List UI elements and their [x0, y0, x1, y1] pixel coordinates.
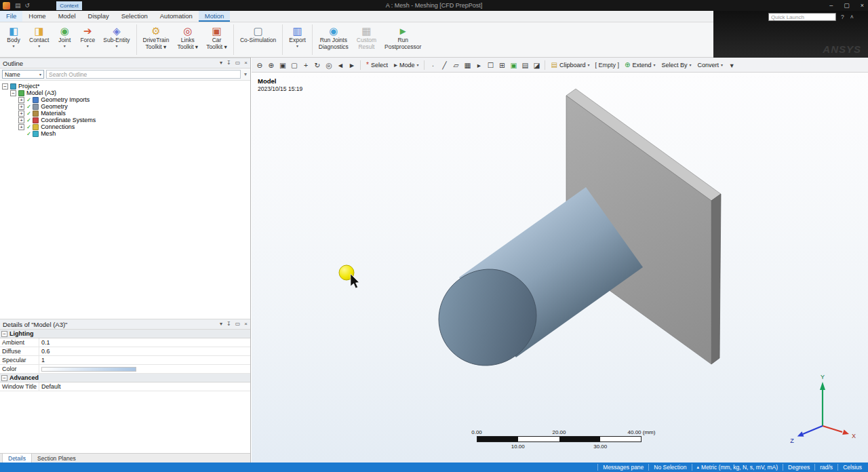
collapse-icon[interactable]: −	[1, 375, 7, 381]
tab-file[interactable]: File	[0, 11, 22, 22]
details-row-value[interactable]: 0.1	[39, 338, 250, 347]
bottom-tab-details[interactable]: Details	[2, 454, 32, 463]
expand-icon[interactable]: +	[18, 111, 24, 117]
3d-scene[interactable]: Y X Z	[252, 73, 868, 463]
ribbon-button-co-simulation[interactable]: ▢Co-Simulation	[236, 24, 280, 56]
tab-model[interactable]: Model	[52, 11, 82, 22]
float-icon[interactable]: ▭	[235, 58, 241, 68]
select-by-dropdown[interactable]: Select By▾	[658, 62, 694, 68]
expand-icon[interactable]: +	[18, 104, 24, 110]
pan-icon[interactable]: +	[300, 60, 311, 71]
status-metric-mm-kg-n-s-mv-ma[interactable]: ▴Metric (mm, kg, N, s, mV, mA)	[692, 464, 783, 471]
next-view-icon[interactable]: ►	[347, 60, 357, 71]
ribbon-button-force[interactable]: ➔Force▾	[76, 24, 99, 56]
close-icon[interactable]: ×	[861, 2, 864, 9]
rotate-icon[interactable]: ↻	[312, 60, 323, 71]
tree-item-geometry[interactable]: +✓Geometry	[0, 103, 250, 110]
tree-item-model-a3[interactable]: −Model (A3)	[0, 90, 250, 96]
dropdown-icon[interactable]: ▾	[220, 319, 222, 329]
mode-dropdown[interactable]: ▸Mode▾	[391, 61, 422, 68]
status-rad-s[interactable]: rad/s	[814, 464, 837, 471]
box-select-icon[interactable]: ☐	[485, 60, 496, 71]
look-at-icon[interactable]: ◎	[323, 60, 334, 71]
zoom-box-icon[interactable]: ▣	[277, 60, 288, 71]
details-row-value[interactable]	[39, 365, 250, 373]
select-button[interactable]: *Select	[363, 61, 391, 68]
status-degrees[interactable]: Degrees	[783, 464, 814, 471]
details-section-lighting[interactable]: −Lighting	[0, 330, 250, 338]
expand-icon[interactable]: +	[18, 97, 24, 103]
body-filter-icon[interactable]: ▦	[462, 60, 473, 71]
expand-icon[interactable]: +	[18, 117, 24, 123]
filter-options-icon[interactable]: ▾	[243, 71, 248, 77]
details-row-value[interactable]: Default	[39, 382, 250, 391]
tab-motion[interactable]: Motion	[199, 11, 231, 22]
extend-dropdown[interactable]: ⊕Extend▾	[622, 61, 658, 68]
convert-dropdown[interactable]: Convert▾	[694, 62, 726, 68]
previous-view-icon[interactable]: ◄	[335, 60, 346, 71]
status-no-selection[interactable]: No Selection	[648, 464, 691, 471]
ribbon-button-links-toolkit[interactable]: ◎LinksToolkit ▾	[173, 24, 202, 56]
tree-item-geometry-imports[interactable]: +✓Geometry Imports	[0, 96, 250, 103]
collapse-icon[interactable]: −	[2, 83, 8, 90]
details-row-value[interactable]: 1	[39, 356, 250, 364]
color-swatch[interactable]	[41, 367, 136, 372]
3d-viewport-canvas[interactable]: Model 2023/10/15 15:19	[252, 73, 868, 463]
expand-icon[interactable]: +	[18, 124, 24, 130]
more-options-icon[interactable]: ▾	[726, 60, 737, 71]
tab-selection[interactable]: Selection	[115, 11, 154, 22]
ribbon-button-export[interactable]: ▥Export▾	[285, 24, 310, 56]
tree-item-project[interactable]: −Project*	[0, 83, 250, 90]
details-section-advanced[interactable]: −Advanced	[0, 374, 250, 382]
pin-icon[interactable]: ↧	[226, 58, 231, 68]
zoom-out-icon[interactable]: ⊖	[254, 60, 265, 71]
bottom-tab-section-planes[interactable]: Section Planes	[32, 454, 81, 463]
section-plane-icon[interactable]: ◪	[531, 60, 542, 71]
status-celsius[interactable]: Celsius	[837, 464, 867, 471]
pick-icon[interactable]: ▸	[473, 60, 484, 71]
tab-automation[interactable]: Automation	[154, 11, 199, 22]
float-icon[interactable]: ▭	[235, 319, 241, 329]
ribbon-button-car-toolkit[interactable]: ▣CarToolkit ▾	[202, 24, 231, 56]
ribbon-button-joint[interactable]: ◉Joint▾	[53, 24, 76, 56]
collapse-icon[interactable]: −	[10, 90, 16, 96]
close-icon[interactable]: ×	[244, 58, 248, 68]
maximize-icon[interactable]: ▢	[844, 2, 850, 9]
ribbon-button-sub-entity[interactable]: ◈Sub-Entity▾	[99, 24, 134, 56]
tree-item-materials[interactable]: +✓Materials	[0, 110, 250, 117]
collapse-icon[interactable]: −	[1, 331, 7, 337]
edge-filter-icon[interactable]: ╱	[439, 60, 450, 71]
status-messages-pane[interactable]: Messages pane	[597, 464, 648, 471]
orientation-triad[interactable]: Y X Z	[790, 374, 856, 444]
close-icon[interactable]: ×	[244, 319, 248, 329]
face-filter-icon[interactable]: ▱	[450, 60, 461, 71]
tree-item-coordinate-systems[interactable]: +✓Coordinate Systems	[0, 117, 250, 123]
name-filter-select[interactable]: Name ▾	[2, 70, 44, 79]
tab-display[interactable]: Display	[82, 11, 115, 22]
grow-selection-icon[interactable]: ⊞	[496, 60, 507, 71]
vertex-filter-icon[interactable]: ∙	[427, 60, 438, 71]
details-row-value[interactable]: 0.6	[39, 347, 250, 355]
tree-item-mesh[interactable]: ✓Mesh	[0, 130, 250, 137]
zoom-fit-icon[interactable]: ▢	[289, 60, 300, 71]
ribbon-button-run-postprocessor[interactable]: ►RunPostprocessor	[380, 24, 425, 56]
outline-search-input[interactable]	[46, 70, 241, 79]
ribbon-button-custom-result[interactable]: ▦CustomResult	[353, 24, 380, 56]
quick-launch-input[interactable]	[768, 13, 836, 21]
help-icon[interactable]: ?	[841, 13, 844, 21]
ribbon-button-drivetrain-toolkit[interactable]: ⚙DriveTrainToolkit ▾	[139, 24, 174, 56]
ribbon-button-body[interactable]: ◧Body▾	[2, 24, 25, 56]
minimize-icon[interactable]: –	[829, 2, 833, 9]
clipboard-dropdown[interactable]: ▤Clipboard▾	[548, 61, 592, 68]
dropdown-icon[interactable]: ▾	[220, 58, 222, 68]
ribbon-button-contact[interactable]: ◨Contact▾	[25, 24, 53, 56]
collapse-ribbon-icon[interactable]: ˄	[850, 13, 854, 21]
pin-icon[interactable]: ↧	[226, 319, 231, 329]
zoom-in-icon[interactable]: ⊕	[266, 60, 277, 71]
wireframe-icon[interactable]: ▤	[519, 60, 530, 71]
ribbon-button-run-joints-diagnostics[interactable]: ◉Run JointsDiagnostics	[315, 24, 353, 56]
visibility-icon[interactable]: ▣	[508, 60, 519, 71]
tree-item-connections[interactable]: +✓Connections	[0, 123, 250, 130]
ruler-segment	[559, 437, 600, 441]
tab-home[interactable]: Home	[22, 11, 52, 22]
